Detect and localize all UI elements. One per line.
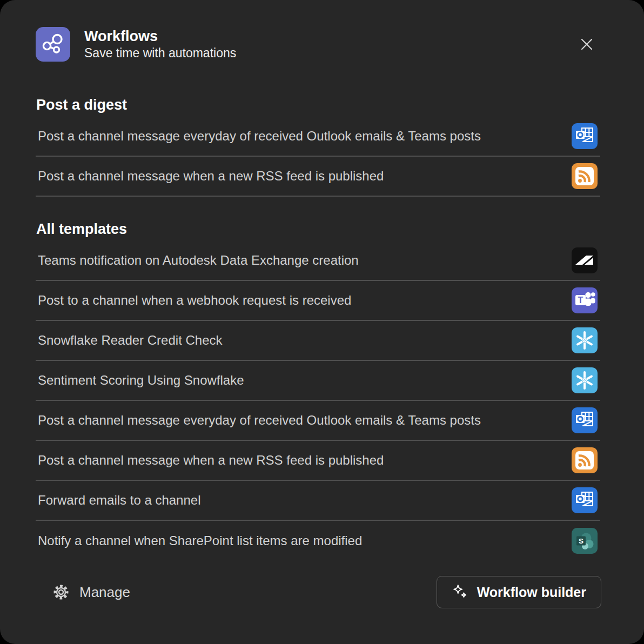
workflow-builder-label: Workflow builder xyxy=(477,585,586,600)
autodesk-icon xyxy=(572,247,598,273)
manage-button[interactable]: Manage xyxy=(52,583,130,601)
manage-label: Manage xyxy=(79,584,130,601)
template-label: Teams notification on Autodesk Data Exch… xyxy=(38,252,362,269)
workflow-builder-button[interactable]: Workflow builder xyxy=(437,576,601,608)
template-row[interactable]: Teams notification on Autodesk Data Exch… xyxy=(36,241,600,281)
template-sections: Post a digestPost a channel message ever… xyxy=(36,96,600,561)
template-label: Post to a channel when a webhook request… xyxy=(38,292,354,308)
template-row[interactable]: Post a channel message everyday of recei… xyxy=(36,401,600,441)
template-label: Post a channel message when a new RSS fe… xyxy=(38,452,387,468)
rss-icon xyxy=(572,447,598,473)
snowflake-icon xyxy=(572,367,598,393)
workflows-icon xyxy=(36,27,70,62)
template-label: Notify a channel when SharePoint list it… xyxy=(38,533,365,549)
outlook-icon xyxy=(572,407,598,433)
section-heading: Post a digest xyxy=(36,96,600,113)
dialog-header: Workflows Save time with automations xyxy=(36,27,568,62)
section-all-templates: All templatesTeams notification on Autod… xyxy=(36,220,600,561)
teams-icon: T xyxy=(572,287,598,313)
section-post-a-digest: Post a digestPost a channel message ever… xyxy=(36,96,600,197)
template-row[interactable]: Forward emails to a channel xyxy=(36,481,600,521)
template-row[interactable]: Notify a channel when SharePoint list it… xyxy=(36,521,600,561)
close-icon xyxy=(578,35,596,53)
sharepoint-icon: S xyxy=(572,528,598,554)
template-row[interactable]: Post to a channel when a webhook request… xyxy=(36,281,600,321)
outlook-icon xyxy=(572,487,598,513)
dialog-subtitle: Save time with automations xyxy=(84,45,236,61)
template-label: Forward emails to a channel xyxy=(38,492,204,508)
template-row[interactable]: Snowflake Reader Credit Check xyxy=(36,321,600,361)
template-label: Post a channel message everyday of recei… xyxy=(38,128,484,144)
svg-text:T: T xyxy=(578,296,583,305)
dialog-footer: Manage Workflow builder xyxy=(36,576,601,608)
outlook-icon xyxy=(572,123,598,149)
dialog-header-text: Workflows Save time with automations xyxy=(84,28,236,61)
template-label: Post a channel message everyday of recei… xyxy=(38,412,484,428)
template-label: Sentiment Scoring Using Snowflake xyxy=(38,372,247,388)
template-row[interactable]: Post a channel message when a new RSS fe… xyxy=(36,441,600,481)
rss-icon xyxy=(572,163,598,189)
svg-text:S: S xyxy=(579,537,583,545)
template-label: Post a channel message when a new RSS fe… xyxy=(38,168,387,184)
template-label: Snowflake Reader Credit Check xyxy=(38,332,226,348)
workflows-dialog: Workflows Save time with automations Pos… xyxy=(0,0,644,644)
snowflake-icon xyxy=(572,327,598,353)
template-row[interactable]: Post a channel message everyday of recei… xyxy=(36,117,600,157)
template-row[interactable]: Sentiment Scoring Using Snowflake xyxy=(36,361,600,401)
template-row[interactable]: Post a channel message when a new RSS fe… xyxy=(36,157,600,197)
gear-icon xyxy=(52,583,70,601)
section-heading: All templates xyxy=(36,220,600,238)
close-button[interactable] xyxy=(576,33,598,55)
sparkles-icon xyxy=(452,583,469,601)
dialog-title: Workflows xyxy=(84,28,236,45)
